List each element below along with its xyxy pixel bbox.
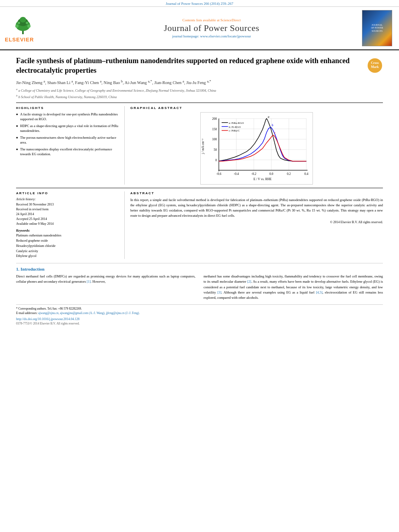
highlight-item-4: The nanocomposites display excellent ele… [16, 147, 119, 157]
svg-text:c: c [274, 131, 276, 135]
affiliation-b: b b School of Public Health, Nantong Uni… [16, 94, 383, 100]
svg-text:200: 200 [212, 117, 217, 121]
svg-text:Cross: Cross [371, 61, 378, 65]
abstract-text: In this report, a simple and facile solv… [130, 197, 383, 218]
revised-label: Received in revised form [16, 207, 119, 212]
journal-cover-image: JOURNALOF POWERSOURCES [362, 10, 392, 46]
keywords-label: Keywords: [16, 229, 119, 232]
svg-text:150: 150 [212, 127, 217, 131]
svg-point-5 [27, 25, 31, 28]
corresponding-note: * Corresponding authors. Tel./fax: +86 5… [16, 306, 383, 311]
svg-point-6 [18, 22, 20, 24]
svg-text:100: 100 [212, 138, 217, 142]
keywords-list: Platinum–ruthenium nanodendrites Reduced… [16, 233, 119, 259]
paper-title-section: Facile synthesis of platinum–ruthenium n… [16, 56, 383, 76]
svg-text:Mark: Mark [371, 65, 379, 69]
author-zheng: Jie-Ning Zheng a, [16, 80, 47, 85]
article-history-label: Article history: [16, 197, 119, 201]
svg-text:b: Pt-RGO: b: Pt-RGO [229, 125, 241, 128]
intro-right-col: methanol has some disadvantages includin… [204, 274, 383, 300]
highlight-item-2: HDPC as a shape-directing agent plays a … [16, 124, 119, 134]
email-addresses: ajwang@zjnu.cn, ajwangjnu@gmail.com (A.-… [38, 311, 140, 315]
intro-left-col: Direct methanol fuel cells (DMFCs) are r… [16, 274, 195, 300]
keyword-3: Hexadecylpyridinium chloride [16, 244, 119, 249]
article-abstract-row: ARTICLE INFO Article history: Received 3… [16, 191, 383, 259]
svg-point-7 [26, 22, 28, 24]
paper-title: Facile synthesis of platinum–ruthenium n… [16, 56, 363, 76]
article-info-col: ARTICLE INFO Article history: Received 3… [16, 191, 125, 259]
available-date: Available online 9 May 2014 [16, 222, 119, 226]
keyword-5: Ethylene glycol [16, 254, 119, 259]
introduction-section: 1. Introduction Direct methanol fuel cel… [16, 263, 383, 300]
highlights-divider [16, 188, 383, 188]
svg-text:b: b [272, 123, 274, 127]
svg-text:0.2: 0.2 [287, 173, 291, 176]
author-chen-jianrong: Jian-Rong Chen a, [154, 80, 186, 85]
journal-url: www.elsevier.com/locate/jpowsour [200, 34, 251, 38]
received-date: Received 30 November 2013 [16, 202, 119, 207]
journal-header: ELSEVIER Contents lists available at Sci… [0, 7, 399, 50]
issn-copyright: 0378-7753/© 2014 Elsevier B.V. All right… [16, 322, 383, 325]
svg-text:E / V vs. RHE: E / V vs. RHE [253, 177, 271, 181]
journal-volume-ref: Journal of Power Sources 266 (2014) 259–… [166, 2, 233, 6]
graphical-abstract-heading: GRAPHICAL ABSTRACT [130, 106, 383, 110]
svg-point-4 [15, 25, 19, 28]
abstract-copyright: © 2014 Elsevier B.V. All rights reserved… [130, 220, 383, 224]
keyword-1: Platinum–ruthenium nanodendrites [16, 233, 119, 238]
main-content: Facile synthesis of platinum–ruthenium n… [0, 50, 399, 331]
elsevier-tree-icon [5, 14, 41, 36]
intro-right-text: methanol has some disadvantages includin… [204, 274, 383, 300]
intro-left-text: Direct methanol fuel cells (DMFCs) are r… [16, 274, 195, 284]
journal-homepage: journal homepage: www.elsevier.com/locat… [65, 34, 358, 38]
svg-text:-0.2: -0.2 [251, 173, 257, 176]
doi-line: http://dx.doi.org/10.1016/j.jpowsour.201… [16, 317, 383, 321]
highlights-list: A facile strategy is developed for one-p… [16, 112, 119, 156]
affiliation-a: a a College of Chemistry and Life Scienc… [16, 88, 383, 93]
article-info-heading: ARTICLE INFO [16, 191, 119, 195]
author-wang: Ai-Jun Wang a,*, [125, 80, 154, 85]
elsevier-logo-area: ELSEVIER [5, 14, 61, 43]
highlights-graphical-row: HIGHLIGHTS A facile strategy is develope… [16, 106, 383, 185]
journal-title: Journal of Power Sources [65, 23, 358, 33]
abstract-heading: ABSTRACT [130, 191, 383, 195]
svg-text:c: PtRu/C: c: PtRu/C [229, 129, 240, 132]
journal-reference-bar: Journal of Power Sources 266 (2014) 259–… [0, 0, 399, 7]
graphical-abstract-chart: 200 150 100 50 0 -0.6 -0.4 -0.2 0.0 0.2 … [200, 112, 313, 185]
author-bao: Ning Bao b, [104, 80, 125, 85]
authors-line: Jie-Ning Zheng a, Shan-Shan Li a, Fang-Y… [16, 79, 383, 86]
crossmark-badge: Cross Mark [367, 58, 383, 74]
introduction-body: Direct methanol fuel cells (DMFCs) are r… [16, 274, 383, 300]
accepted-date: Accepted 25 April 2014 [16, 217, 119, 222]
journal-title-area: Contents lists available at ScienceDirec… [61, 18, 362, 38]
sciencedirect-label: Contents lists available at ScienceDirec… [65, 18, 358, 22]
introduction-heading: 1. Introduction [16, 267, 383, 271]
highlight-item-1: A facile strategy is developed for one-p… [16, 112, 119, 122]
elsevier-wordmark: ELSEVIER [5, 37, 34, 43]
highlights-col: HIGHLIGHTS A facile strategy is develope… [16, 106, 125, 185]
highlight-item-3: The porous nanostructures show high elec… [16, 136, 119, 145]
svg-text:0.0: 0.0 [269, 173, 274, 176]
highlights-heading: HIGHLIGHTS [16, 106, 119, 110]
footnotes-section: * Corresponding authors. Tel./fax: +86 5… [16, 304, 383, 325]
revised-date: 24 April 2014 [16, 212, 119, 217]
svg-text:0: 0 [215, 158, 217, 162]
svg-point-3 [20, 17, 26, 23]
svg-text:a: PtRu-RGO: a: PtRu-RGO [229, 121, 244, 124]
svg-text:0.4: 0.4 [304, 173, 309, 176]
journal-cover-area: JOURNALOF POWERSOURCES [362, 10, 394, 46]
email-note: E-mail addresses: ajwang@zjnu.cn, ajwang… [16, 311, 383, 315]
author-li: Shan-Shan Li a, [47, 80, 75, 85]
svg-text:j / mA cm⁻²: j / mA cm⁻² [201, 139, 205, 154]
svg-text:-0.6: -0.6 [216, 173, 222, 176]
sciencedirect-name: ScienceDirect [220, 18, 241, 22]
keyword-2: Reduced graphene oxide [16, 238, 119, 244]
abstract-col: ABSTRACT In this report, a simple and fa… [125, 191, 383, 259]
svg-text:50: 50 [214, 148, 217, 152]
keyword-4: Catalytic activity [16, 249, 119, 254]
chart-svg: 200 150 100 50 0 -0.6 -0.4 -0.2 0.0 0.2 … [201, 113, 313, 184]
graphical-abstract-col: GRAPHICAL ABSTRACT [125, 106, 383, 185]
svg-text:-0.4: -0.4 [234, 173, 239, 176]
author-feng: Jiu-Ju Feng a,* [186, 80, 211, 85]
author-chen-fangyi: Fang-Yi Chen a, [75, 80, 104, 85]
title-divider [16, 103, 383, 103]
